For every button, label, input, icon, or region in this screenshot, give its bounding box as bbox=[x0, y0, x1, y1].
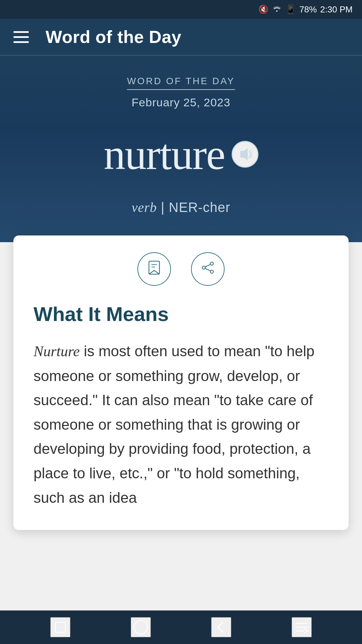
card-actions bbox=[34, 252, 328, 286]
battery-icon: 📱 bbox=[285, 4, 296, 15]
mute-icon: 🔇 bbox=[258, 5, 268, 14]
app-title: Word of the Day bbox=[46, 27, 181, 47]
svg-point-5 bbox=[202, 266, 205, 269]
back-button[interactable] bbox=[211, 617, 231, 637]
card-section: What It Means Nurture is most often used… bbox=[0, 242, 362, 610]
share-button[interactable] bbox=[191, 252, 225, 286]
definition-text: Nurture is most often used to mean "to h… bbox=[34, 339, 328, 510]
word-container: nurture bbox=[104, 129, 258, 179]
menu-button[interactable] bbox=[13, 31, 29, 43]
status-bar: 🔇 📱 78% 2:30 PM bbox=[0, 0, 362, 19]
svg-point-6 bbox=[210, 270, 213, 273]
section-title: What It Means bbox=[34, 303, 328, 326]
bottom-nav bbox=[0, 610, 362, 644]
svg-point-10 bbox=[134, 621, 147, 634]
svg-point-4 bbox=[210, 262, 213, 265]
battery-percentage: 78% bbox=[299, 4, 317, 15]
wotd-date: February 25, 2023 bbox=[132, 96, 231, 109]
recent-apps-button[interactable] bbox=[50, 617, 70, 637]
share-icon bbox=[200, 260, 216, 278]
options-button[interactable] bbox=[292, 617, 312, 637]
content-card: What It Means Nurture is most often used… bbox=[13, 235, 349, 530]
bookmark-button[interactable] bbox=[137, 252, 171, 286]
bookmark-icon bbox=[146, 260, 162, 278]
hero-section: WORD OF THE DAY February 25, 2023 nurtur… bbox=[0, 56, 362, 242]
home-button[interactable] bbox=[131, 617, 151, 637]
svg-line-7 bbox=[205, 264, 210, 266]
svg-rect-1 bbox=[149, 261, 159, 274]
svg-rect-9 bbox=[55, 622, 65, 632]
status-icons: 🔇 📱 78% 2:30 PM bbox=[258, 4, 353, 15]
wotd-label: WORD OF THE DAY bbox=[127, 76, 235, 90]
svg-marker-0 bbox=[240, 148, 248, 160]
svg-line-8 bbox=[205, 268, 210, 270]
speaker-button[interactable] bbox=[232, 141, 258, 168]
main-word: nurture bbox=[104, 129, 225, 179]
pronunciation: verb | NER-cher bbox=[132, 200, 230, 215]
wifi-icon bbox=[272, 4, 282, 14]
app-header: Word of the Day bbox=[0, 19, 362, 56]
current-time: 2:30 PM bbox=[320, 4, 353, 15]
